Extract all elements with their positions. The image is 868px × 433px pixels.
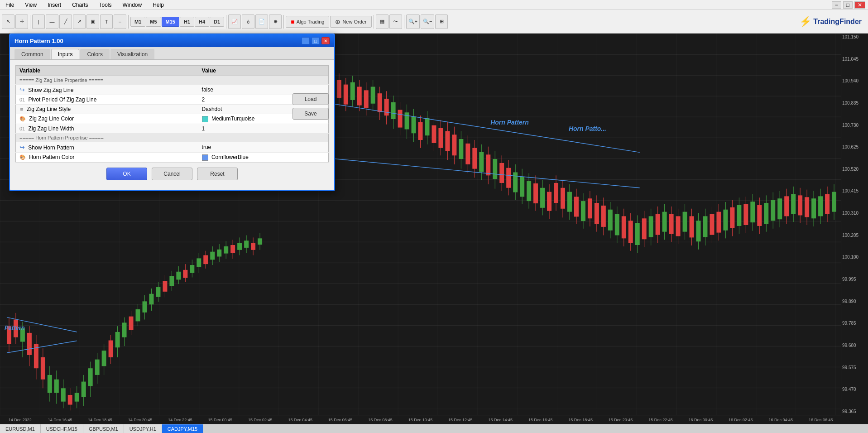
svg-rect-90: [244, 241, 249, 248]
svg-rect-62: [149, 294, 153, 304]
win-minimize[interactable]: −: [832, 1, 841, 9]
tf-d1[interactable]: D1: [210, 17, 224, 27]
menu-view[interactable]: View: [22, 1, 39, 9]
tab-usdjpy-h1[interactable]: USDJPY,H1: [124, 424, 162, 433]
tab-visualization[interactable]: Visualization: [110, 49, 154, 59]
row-value[interactable]: true: [198, 142, 329, 152]
tool-indicator[interactable]: 📈: [228, 14, 241, 29]
svg-rect-46: [95, 360, 100, 375]
time-label: 15 Dec 20:45: [600, 418, 640, 422]
col-variable: Variable: [16, 66, 198, 76]
tool-crosshair2[interactable]: ⊕: [269, 14, 282, 29]
svg-rect-146: [493, 159, 497, 179]
tool-template[interactable]: 📄: [255, 14, 268, 29]
price-label: 101.045: [842, 57, 867, 62]
win-close[interactable]: ✕: [854, 1, 865, 9]
dialog-close-button[interactable]: ✕: [321, 37, 330, 44]
svg-rect-188: [635, 223, 640, 245]
tool-grid[interactable]: ⊞: [435, 14, 448, 29]
svg-rect-244: [825, 194, 830, 214]
menu-charts[interactable]: Charts: [69, 1, 91, 9]
col-value: Value: [198, 66, 329, 76]
cancel-button[interactable]: Cancel: [152, 168, 192, 180]
time-label: 14 Dec 16:45: [40, 418, 80, 422]
menu-help[interactable]: Help: [150, 1, 167, 9]
color-swatch-turquoise: [202, 116, 208, 122]
tool-chart-type[interactable]: 🕯: [242, 14, 254, 29]
dialog-title: Horn Pattern 1.00: [14, 38, 63, 44]
svg-text:Pattern: Pattern: [5, 324, 25, 331]
tab-eurusd-m1[interactable]: EURUSD,M1: [0, 424, 41, 433]
price-label: 100.835: [842, 101, 867, 106]
main-toolbar: ↖ ✛ | — ╱ ↗ ▣ T ≡ M1 M5 M15 H1 H4 D1 📈 🕯…: [0, 10, 868, 34]
algo-trading-button[interactable]: ■ Algo Trading: [286, 16, 329, 28]
tool-cursor[interactable]: ↖: [2, 14, 14, 29]
tool-objects[interactable]: ≡: [114, 14, 126, 29]
row-variable: 01 Zig Zag Line Width: [16, 124, 198, 133]
tab-inputs[interactable]: Inputs: [51, 49, 80, 59]
time-label: 15 Dec 18:45: [561, 418, 600, 422]
menu-window[interactable]: Window: [120, 1, 145, 9]
svg-rect-186: [628, 221, 633, 243]
load-button[interactable]: Load: [293, 93, 329, 105]
save-button[interactable]: Save: [293, 108, 329, 120]
row-value[interactable]: CornflowerBlue: [198, 152, 329, 162]
dialog-footer: OK Cancel Reset: [15, 163, 329, 185]
svg-rect-56: [129, 317, 134, 330]
tool-crosshair[interactable]: ✛: [15, 14, 28, 29]
tool-indicator2[interactable]: ▦: [376, 14, 388, 29]
tool-zoom-out[interactable]: 🔍−: [421, 14, 434, 29]
dialog-minimize-button[interactable]: −: [302, 37, 310, 44]
menu-file[interactable]: File: [3, 1, 17, 9]
svg-rect-224: [757, 205, 762, 226]
tab-gbpusd-m1[interactable]: GBPUSD,M1: [83, 424, 124, 433]
svg-rect-210: [710, 214, 714, 235]
time-label: 14 Dec 18:45: [80, 418, 120, 422]
price-label: 100.625: [842, 144, 867, 149]
svg-rect-182: [615, 214, 619, 235]
tool-trendline[interactable]: ╱: [59, 14, 72, 29]
svg-rect-240: [811, 198, 816, 218]
price-label: 100.415: [842, 188, 867, 193]
number-icon: 01: [19, 97, 25, 102]
ok-button[interactable]: OK: [106, 168, 147, 180]
tf-m15[interactable]: M15: [162, 17, 179, 27]
tf-m1[interactable]: M1: [130, 17, 145, 27]
svg-rect-64: [156, 287, 160, 297]
dialog-content: Variable Value ===== Zig Zag Line Proper…: [10, 60, 334, 190]
svg-rect-178: [601, 206, 606, 227]
tool-strategy[interactable]: 〜: [389, 14, 402, 29]
svg-rect-84: [224, 246, 228, 254]
tf-h4[interactable]: H4: [195, 17, 209, 27]
tool-shapes[interactable]: ▣: [86, 14, 99, 29]
tool-vline[interactable]: |: [32, 14, 45, 29]
tool-text[interactable]: T: [100, 14, 113, 29]
new-order-button[interactable]: ⊕ New Order: [330, 16, 371, 28]
tf-h1[interactable]: H1: [180, 17, 194, 27]
tool-hline[interactable]: —: [46, 14, 58, 29]
svg-rect-78: [203, 255, 208, 265]
time-label: 16 Dec 04:45: [761, 418, 801, 422]
row-value[interactable]: 1: [198, 124, 329, 133]
svg-rect-220: [743, 204, 748, 225]
tab-usdchf-m15[interactable]: USDCHF,M15: [41, 424, 83, 433]
tool-zoom-in[interactable]: 🔍+: [406, 14, 420, 29]
price-label: 100.520: [842, 167, 867, 172]
menu-insert[interactable]: Insert: [45, 1, 64, 9]
svg-rect-196: [662, 212, 667, 232]
price-label: 99.995: [842, 277, 867, 282]
reset-button[interactable]: Reset: [197, 168, 238, 180]
svg-rect-156: [527, 181, 531, 201]
tool-arrow[interactable]: ↗: [73, 14, 86, 29]
time-label: 14 Dec 20:45: [120, 418, 160, 422]
dialog-maximize-button[interactable]: □: [312, 37, 320, 44]
win-maximize[interactable]: □: [843, 1, 853, 9]
tf-m5[interactable]: M5: [146, 17, 161, 27]
tab-common[interactable]: Common: [14, 49, 50, 59]
tab-colors[interactable]: Colors: [80, 49, 110, 59]
tab-cadjpy-m15[interactable]: CADJPY,M15: [162, 424, 203, 433]
sep2: [128, 15, 129, 29]
svg-rect-172: [581, 201, 585, 221]
menu-tools[interactable]: Tools: [96, 1, 115, 9]
section-label-horn: ===== Horn Pattern Propertise =====: [16, 133, 329, 142]
